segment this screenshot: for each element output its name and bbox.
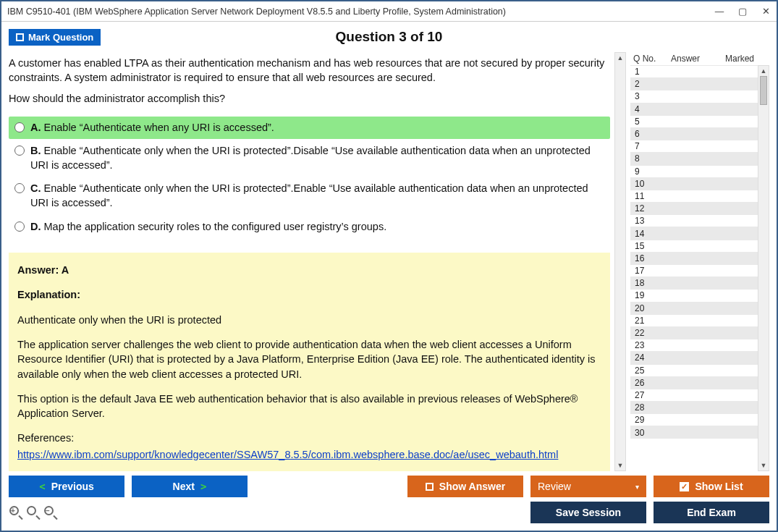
radio-icon[interactable]	[14, 122, 25, 132]
option-d[interactable]: D. Map the application security roles to…	[9, 216, 610, 239]
end-exam-button[interactable]: End Exam	[654, 502, 769, 523]
explanation-p3: This option is the default Java EE web a…	[17, 392, 601, 421]
question-row[interactable]: 2	[630, 77, 758, 90]
option-b[interactable]: B. Enable “Authenticate only when the UR…	[9, 140, 610, 177]
radio-icon[interactable]	[14, 221, 25, 232]
minimize-icon[interactable]: —	[714, 7, 724, 17]
show-list-label: Show List	[695, 481, 743, 492]
side-scroll-track[interactable]	[758, 76, 769, 460]
explanation-heading: Explanation:	[17, 287, 601, 302]
mark-question-button[interactable]: Mark Question	[9, 29, 101, 46]
question-row[interactable]: 17	[630, 264, 758, 276]
side-scrollbar[interactable]: ▲ ▼	[758, 65, 769, 471]
explanation-p1: Authenticate only when the URI is protec…	[17, 313, 601, 327]
row-qnum: 25	[630, 366, 661, 376]
previous-label: Previous	[51, 481, 94, 492]
question-list-body: 1234567891011121314151617181920212223242…	[630, 65, 769, 471]
question-row[interactable]: 30	[630, 426, 758, 438]
save-session-label: Save Session	[556, 507, 621, 518]
col-qno: Q No.	[630, 54, 661, 64]
row-qnum: 9	[630, 166, 661, 177]
question-row[interactable]: 24	[630, 351, 758, 363]
scroll-down-icon[interactable]: ▼	[615, 460, 625, 470]
radio-icon[interactable]	[14, 183, 25, 193]
question-scroll-area[interactable]: A customer has enabled LTPA as their aut…	[9, 52, 614, 471]
row-qnum: 30	[630, 428, 661, 438]
question-row[interactable]: 22	[630, 326, 758, 339]
question-row[interactable]: 13	[630, 214, 758, 227]
show-answer-button[interactable]: Show Answer	[407, 476, 523, 497]
question-row[interactable]: 27	[630, 389, 758, 401]
previous-button[interactable]: < Previous	[9, 476, 124, 497]
zoom-reset-icon[interactable]	[26, 505, 41, 520]
checkbox-icon	[426, 483, 434, 491]
question-row[interactable]: 8	[630, 152, 758, 164]
main-scrollbar[interactable]: ▲ ▼	[614, 52, 626, 471]
row-qnum: 16	[630, 253, 661, 263]
question-row[interactable]: 3	[630, 90, 758, 102]
question-row[interactable]: 9	[630, 165, 758, 177]
next-button[interactable]: Next >	[132, 476, 248, 497]
explanation-p2: The application server challenges the we…	[17, 337, 601, 381]
row-qnum: 29	[630, 415, 661, 425]
zoom-in-icon[interactable]: +	[9, 505, 23, 520]
option-text: C. Enable “Authenticate only when the UR…	[30, 182, 604, 210]
save-session-button[interactable]: Save Session	[530, 502, 646, 523]
question-row[interactable]: 14	[630, 227, 758, 239]
window-controls: — ▢ ✕	[714, 7, 771, 17]
row-qnum: 5	[630, 117, 661, 127]
question-row[interactable]: 20	[630, 302, 758, 314]
row-qnum: 3	[630, 91, 661, 101]
row-qnum: 1	[630, 67, 661, 77]
question-row[interactable]: 18	[630, 276, 758, 289]
question-rows: 1234567891011121314151617181920212223242…	[630, 65, 758, 471]
options-list: A. Enable “Authenticate when any URI is …	[9, 117, 610, 238]
question-heading: Question 3 of 10	[1, 29, 777, 45]
question-row[interactable]: 15	[630, 240, 758, 252]
question-row[interactable]: 4	[630, 103, 758, 115]
next-label: Next	[173, 481, 195, 492]
row-qnum: 7	[630, 141, 661, 151]
question-row[interactable]: 7	[630, 140, 758, 152]
question-row[interactable]: 16	[630, 252, 758, 264]
question-row[interactable]: 12	[630, 202, 758, 214]
row-qnum: 13	[630, 216, 661, 226]
question-row[interactable]: 26	[630, 376, 758, 389]
question-row[interactable]: 25	[630, 364, 758, 376]
caret-down-icon: ▾	[635, 483, 639, 491]
question-row[interactable]: 1	[630, 65, 758, 77]
question-row[interactable]: 6	[630, 127, 758, 140]
row-qnum: 22	[630, 328, 661, 338]
radio-icon[interactable]	[14, 145, 25, 156]
review-button[interactable]: Review ▾	[530, 476, 646, 497]
option-a[interactable]: A. Enable “Authenticate when any URI is …	[9, 117, 610, 140]
references-link[interactable]: https://www.ibm.com/support/knowledgecen…	[17, 449, 558, 460]
question-row[interactable]: 11	[630, 190, 758, 202]
show-list-button[interactable]: ✓ Show List	[654, 476, 769, 497]
row-qnum: 17	[630, 266, 661, 276]
maximize-icon[interactable]: ▢	[737, 7, 748, 17]
row-qnum: 12	[630, 203, 661, 214]
app-window: IBM C9510-401 (IBM WebSphere Application…	[0, 0, 778, 532]
side-scroll-down-icon[interactable]: ▼	[758, 460, 769, 470]
side-scroll-up-icon[interactable]: ▲	[758, 66, 769, 76]
answer-heading: Answer: A	[17, 263, 601, 277]
footer-bar-1: < Previous Next > Show Answer Review ▾ ✓…	[1, 471, 777, 500]
close-icon[interactable]: ✕	[761, 7, 771, 17]
zoom-out-icon[interactable]: −	[43, 505, 58, 520]
question-row[interactable]: 19	[630, 289, 758, 301]
question-row[interactable]: 28	[630, 401, 758, 413]
answer-panel: Answer: A Explanation: Authenticate only…	[9, 253, 610, 471]
side-scroll-thumb[interactable]	[760, 76, 767, 105]
question-row[interactable]: 10	[630, 177, 758, 190]
question-row[interactable]: 29	[630, 413, 758, 426]
question-row[interactable]: 21	[630, 314, 758, 326]
col-answer: Answer	[661, 54, 710, 64]
show-answer-label: Show Answer	[439, 481, 505, 492]
row-qnum: 18	[630, 278, 661, 288]
option-c[interactable]: C. Enable “Authenticate only when the UR…	[9, 177, 610, 214]
question-row[interactable]: 23	[630, 339, 758, 351]
scroll-up-icon[interactable]: ▲	[615, 53, 625, 63]
question-row[interactable]: 5	[630, 115, 758, 127]
row-qnum: 11	[630, 191, 661, 201]
